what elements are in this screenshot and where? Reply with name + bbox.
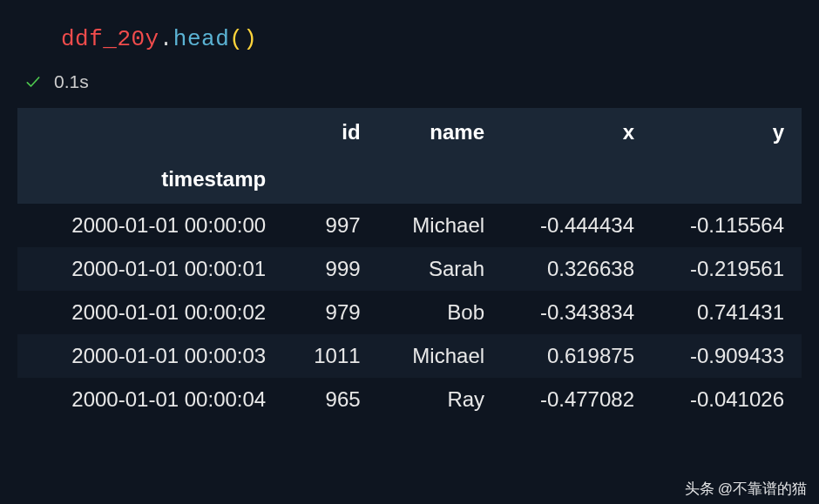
cell-y: -0.115564	[652, 204, 802, 247]
cell-name: Sarah	[378, 247, 502, 291]
code-line: ddf_20y.head()	[61, 26, 802, 52]
cell-name: Michael	[378, 204, 502, 247]
header-y: y	[652, 108, 802, 157]
code-variable: ddf_20y	[61, 26, 159, 52]
header-blank	[17, 108, 283, 157]
watermark-prefix: 头条	[685, 479, 714, 499]
cell-y: -0.219561	[652, 247, 802, 291]
table-index-header-row: timestamp	[17, 157, 802, 204]
table-row: 2000-01-01 00:00:02 979 Bob -0.343834 0.…	[17, 291, 802, 334]
execution-status: 0.1s	[10, 59, 809, 104]
cell-x: 0.619875	[502, 334, 652, 378]
table-body: 2000-01-01 00:00:00 997 Michael -0.44443…	[17, 204, 802, 421]
cell-y: -0.041026	[652, 378, 802, 421]
cell-id: 965	[283, 378, 377, 421]
cell-index: 2000-01-01 00:00:03	[17, 334, 283, 378]
cell-x: -0.477082	[502, 378, 652, 421]
watermark-user: @不靠谱的猫	[718, 479, 807, 499]
cell-name: Michael	[378, 334, 502, 378]
cell-name: Ray	[378, 378, 502, 421]
header-x: x	[502, 108, 652, 157]
dataframe-table: id name x y timestamp 2000-01-01 00:00:0…	[17, 108, 802, 421]
code-close-paren: )	[243, 26, 257, 52]
cell-id: 997	[283, 204, 377, 247]
header-blank	[378, 157, 502, 204]
header-index-name: timestamp	[17, 157, 283, 204]
cell-name: Bob	[378, 291, 502, 334]
cell-index: 2000-01-01 00:00:04	[17, 378, 283, 421]
table-row: 2000-01-01 00:00:00 997 Michael -0.44443…	[17, 204, 802, 247]
header-blank	[652, 157, 802, 204]
code-dot: .	[159, 26, 173, 52]
cell-id: 999	[283, 247, 377, 291]
output-area: id name x y timestamp 2000-01-01 00:00:0…	[10, 104, 809, 421]
code-function: head	[173, 26, 229, 52]
code-cell[interactable]: ddf_20y.head()	[10, 10, 809, 59]
cell-index: 2000-01-01 00:00:01	[17, 247, 283, 291]
checkmark-icon	[24, 73, 42, 91]
cell-x: -0.444434	[502, 204, 652, 247]
cell-id: 1011	[283, 334, 377, 378]
header-id: id	[283, 108, 377, 157]
header-blank	[502, 157, 652, 204]
cell-y: 0.741431	[652, 291, 802, 334]
cell-index: 2000-01-01 00:00:00	[17, 204, 283, 247]
table-row: 2000-01-01 00:00:01 999 Sarah 0.326638 -…	[17, 247, 802, 291]
execution-duration: 0.1s	[54, 71, 89, 92]
code-open-paren: (	[229, 26, 243, 52]
table-header-row: id name x y	[17, 108, 802, 157]
watermark: 头条 @不靠谱的猫	[685, 479, 807, 499]
cell-x: 0.326638	[502, 247, 652, 291]
cell-x: -0.343834	[502, 291, 652, 334]
cell-y: -0.909433	[652, 334, 802, 378]
cell-id: 979	[283, 291, 377, 334]
header-name: name	[378, 108, 502, 157]
cell-index: 2000-01-01 00:00:02	[17, 291, 283, 334]
table-row: 2000-01-01 00:00:03 1011 Michael 0.61987…	[17, 334, 802, 378]
table-row: 2000-01-01 00:00:04 965 Ray -0.477082 -0…	[17, 378, 802, 421]
header-blank	[283, 157, 377, 204]
